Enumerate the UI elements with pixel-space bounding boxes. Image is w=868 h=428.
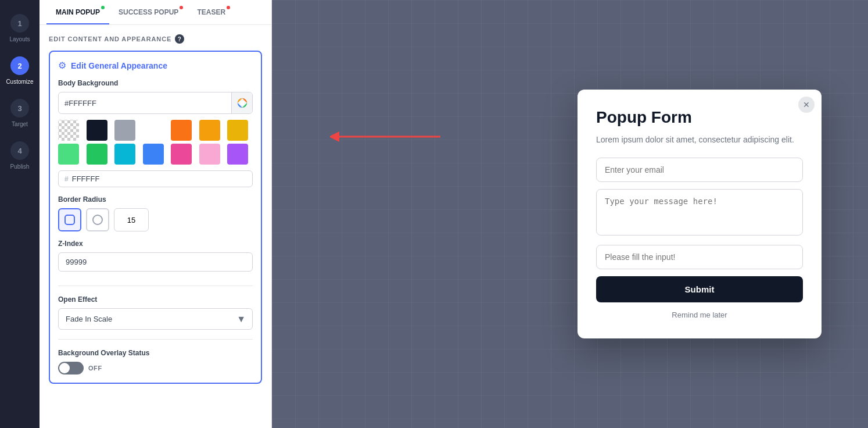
color-wheel-icon [237, 98, 248, 108]
success-popup-dot [180, 6, 183, 9]
help-icon[interactable]: ? [175, 34, 184, 44]
sidebar-number-publish: 4 [10, 141, 29, 160]
zindex-input[interactable] [58, 252, 253, 272]
divider-2 [58, 339, 253, 340]
color-wheel-button[interactable] [231, 92, 252, 113]
sidebar-label-layouts: Layouts [9, 36, 30, 42]
section-label: EDIT CONTENT AND APPEARANCE ? [49, 34, 262, 44]
open-effect-select[interactable]: Fade In Scale Fade In Slide In Top Slide… [58, 308, 253, 330]
popup-message-textarea[interactable] [596, 189, 803, 236]
swatch-yellow[interactable] [227, 120, 248, 141]
toggle-row: OFF [58, 362, 253, 374]
appearance-card: ⚙ Edit General Appearance Body Backgroun… [49, 51, 262, 384]
swatch-black[interactable] [87, 120, 107, 141]
popup-email-input[interactable] [596, 158, 803, 182]
appearance-title: Edit General Appearance [71, 61, 167, 70]
border-radius-row [58, 208, 253, 231]
popup-submit-button[interactable]: Submit [596, 276, 803, 302]
swatch-pink[interactable] [171, 144, 192, 165]
swatch-amber[interactable] [199, 120, 220, 141]
panel: MAIN POPUP SUCCESS POPUP TEASER EDIT CON… [40, 0, 272, 428]
sidebar-label-customize: Customize [6, 79, 33, 85]
tabs-bar: MAIN POPUP SUCCESS POPUP TEASER [40, 0, 271, 25]
border-radius-label: Border Radius [58, 195, 253, 204]
sidebar-item-target[interactable]: 3 Target [0, 92, 40, 134]
swatch-blue[interactable] [143, 144, 164, 165]
divider-1 [58, 286, 253, 286]
zindex-label: Z-Index [58, 240, 253, 248]
popup-close-button[interactable]: ✕ [798, 97, 815, 113]
sidebar-number-target: 3 [10, 99, 29, 117]
swatches-grid [58, 120, 253, 165]
main-popup-dot [101, 6, 105, 9]
tab-success-popup[interactable]: SUCCESS POPUP [109, 0, 188, 24]
gear-icon: ⚙ [58, 60, 66, 71]
sidebar-item-publish[interactable]: 4 Publish [0, 134, 40, 177]
hex-input-row: # [58, 170, 253, 187]
canvas: ✕ Popup Form Lorem ipsum dolor sit amet,… [272, 0, 868, 428]
swatch-light-green[interactable] [58, 144, 79, 165]
swatch-orange[interactable] [171, 120, 192, 141]
popup-form: ✕ Popup Form Lorem ipsum dolor sit amet,… [578, 90, 822, 338]
br-square-icon [64, 214, 76, 226]
svg-rect-3 [93, 215, 102, 224]
overlay-state-label: OFF [88, 365, 102, 372]
sidebar-label-publish: Publish [10, 163, 30, 170]
border-radius-input[interactable] [114, 208, 149, 231]
overlay-label: Background Overlay Status [58, 349, 253, 357]
toggle-knob [59, 363, 70, 373]
swatch-empty [143, 120, 164, 141]
panel-content: EDIT CONTENT AND APPEARANCE ? ⚙ Edit Gen… [40, 25, 271, 428]
tab-teaser[interactable]: TEASER [188, 0, 235, 24]
teaser-dot [227, 6, 230, 9]
open-effect-label: Open Effect [58, 295, 253, 304]
color-input-row [58, 92, 253, 114]
arrow-annotation [330, 128, 446, 145]
sidebar-item-layouts[interactable]: 1 Layouts [0, 7, 40, 49]
popup-remind-button[interactable]: Remind me later [596, 311, 803, 319]
br-square-btn[interactable] [58, 208, 81, 231]
body-background-label: Body Background [58, 79, 253, 87]
tab-main-popup[interactable]: MAIN POPUP [46, 0, 109, 24]
svg-rect-2 [65, 215, 74, 224]
overlay-toggle[interactable] [58, 362, 84, 374]
hex-input[interactable] [72, 174, 246, 183]
color-text-input[interactable] [59, 94, 231, 112]
swatch-cyan[interactable] [114, 144, 135, 165]
popup-fill-input[interactable] [596, 245, 803, 269]
appearance-card-header: ⚙ Edit General Appearance [58, 60, 253, 71]
hex-hash: # [64, 175, 69, 183]
br-circle-icon [92, 214, 103, 226]
sidebar: 1 Layouts 2 Customize 3 Target 4 Publish [0, 0, 40, 428]
sidebar-item-customize[interactable]: 2 Customize [0, 49, 40, 92]
open-effect-select-wrapper: Fade In Scale Fade In Slide In Top Slide… [58, 308, 253, 330]
swatch-purple[interactable] [227, 144, 248, 165]
popup-description: Lorem ipsum dolor sit amet, consectetur … [596, 134, 803, 146]
br-circle-btn[interactable] [86, 208, 109, 231]
sidebar-number-customize: 2 [10, 56, 29, 75]
swatch-transparent[interactable] [58, 120, 79, 141]
popup-title: Popup Form [596, 108, 803, 127]
swatch-gray[interactable] [114, 120, 135, 141]
sidebar-number-layouts: 1 [10, 14, 29, 33]
sidebar-label-target: Target [12, 121, 28, 127]
swatch-green[interactable] [87, 144, 107, 165]
svg-point-1 [240, 101, 245, 105]
swatch-light-pink[interactable] [199, 144, 220, 165]
